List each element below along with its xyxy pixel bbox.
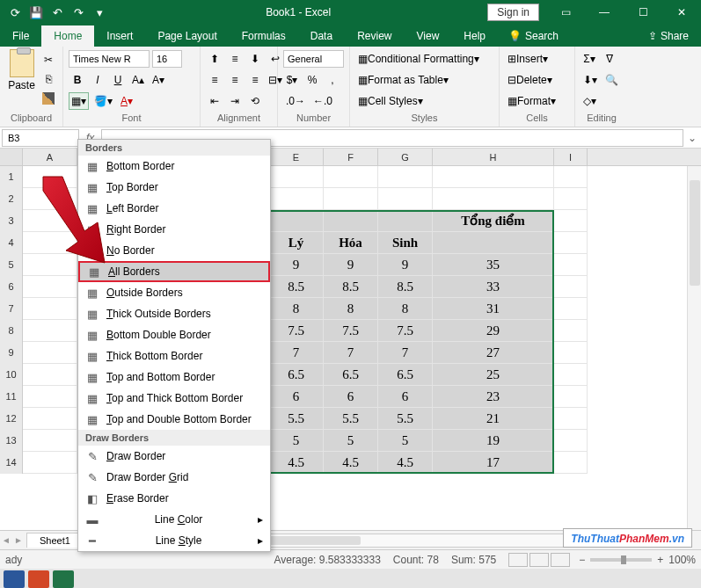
minimize-icon[interactable]: — xyxy=(585,0,624,25)
italic-button[interactable]: I xyxy=(89,71,106,89)
autosave-icon[interactable]: ⟳ xyxy=(5,3,25,22)
undo-icon[interactable]: ↶ xyxy=(47,3,67,22)
cell[interactable] xyxy=(554,276,588,298)
row-header[interactable]: 2 xyxy=(0,188,23,210)
cell[interactable] xyxy=(23,298,77,320)
signin-button[interactable]: Sign in xyxy=(487,4,539,21)
border-option-th[interactable]: ▦Thick Outside Borders xyxy=(78,303,270,324)
cell[interactable] xyxy=(23,364,77,386)
cell[interactable] xyxy=(554,298,588,320)
tab-help[interactable]: Help xyxy=(451,25,498,47)
clear-button[interactable]: ◇▾ xyxy=(581,92,599,110)
row-header[interactable]: 9 xyxy=(0,342,23,364)
close-icon[interactable]: ✕ xyxy=(662,0,701,25)
tab-data[interactable]: Data xyxy=(298,25,345,47)
cell[interactable]: 29 xyxy=(433,320,554,342)
column-header[interactable]: E xyxy=(269,149,324,165)
cell[interactable] xyxy=(23,276,77,298)
cell[interactable] xyxy=(554,452,588,474)
sheet-nav-next-icon[interactable]: ► xyxy=(12,535,25,545)
cell[interactable]: 17 xyxy=(433,452,554,474)
cell[interactable]: 25 xyxy=(433,364,554,386)
cell[interactable]: 23 xyxy=(433,386,554,408)
row-header[interactable]: 8 xyxy=(0,320,23,342)
zoom-in-button[interactable]: + xyxy=(657,554,663,566)
powerpoint-app-icon[interactable] xyxy=(28,570,49,588)
accounting-format-button[interactable]: $▾ xyxy=(283,71,301,89)
cell[interactable] xyxy=(554,210,588,232)
cell[interactable]: 9 xyxy=(378,254,433,276)
cell[interactable]: 31 xyxy=(433,298,554,320)
percent-format-button[interactable]: % xyxy=(303,71,321,89)
column-header[interactable]: I xyxy=(554,149,588,165)
row-header[interactable]: 1 xyxy=(0,166,23,188)
share-button[interactable]: ⇪ Share xyxy=(636,25,701,47)
cell[interactable]: 7 xyxy=(324,342,378,364)
align-left-button[interactable]: ≡ xyxy=(206,71,223,89)
font-size-input[interactable]: 16 xyxy=(152,50,182,68)
tab-home[interactable]: Home xyxy=(41,25,94,47)
format-painter-button[interactable] xyxy=(40,90,57,107)
insert-cells-button[interactable]: ⊞ Insert▾ xyxy=(505,50,551,68)
cell[interactable]: 8 xyxy=(269,298,324,320)
tab-formulas[interactable]: Formulas xyxy=(230,25,298,47)
decrease-indent-button[interactable]: ⇤ xyxy=(206,92,223,110)
cell[interactable]: 6.5 xyxy=(324,364,378,386)
tab-page-layout[interactable]: Page Layout xyxy=(145,25,229,47)
cell[interactable] xyxy=(378,188,433,210)
zoom-slider[interactable] xyxy=(590,558,652,562)
cell[interactable] xyxy=(554,364,588,386)
cell[interactable]: 27 xyxy=(433,342,554,364)
font-color-button[interactable]: A▾ xyxy=(118,92,135,110)
row-header[interactable]: 11 xyxy=(0,386,23,408)
cell[interactable]: 6.5 xyxy=(269,364,324,386)
align-center-button[interactable]: ≡ xyxy=(226,71,244,89)
row-header[interactable]: 4 xyxy=(0,232,23,254)
zoom-out-button[interactable]: − xyxy=(579,554,585,566)
draw-border-option[interactable]: ▬Line Color▸ xyxy=(78,509,270,530)
sheet-nav-prev-icon[interactable]: ◄ xyxy=(0,535,12,545)
format-cells-button[interactable]: ▦ Format▾ xyxy=(505,92,559,110)
cell[interactable]: Hóa xyxy=(324,232,378,254)
cell[interactable]: 7 xyxy=(269,342,324,364)
cell[interactable]: 6 xyxy=(269,386,324,408)
cell[interactable]: Sinh xyxy=(378,232,433,254)
cell[interactable] xyxy=(23,386,77,408)
page-break-view-button[interactable] xyxy=(551,553,570,567)
expand-formula-bar-icon[interactable]: ⌄ xyxy=(683,132,701,144)
tab-review[interactable]: Review xyxy=(345,25,404,47)
maximize-icon[interactable]: ☐ xyxy=(624,0,662,25)
cell[interactable] xyxy=(554,166,588,188)
cell[interactable]: 9 xyxy=(269,254,324,276)
cell[interactable]: 6.5 xyxy=(378,364,433,386)
cell[interactable] xyxy=(23,408,77,430)
sort-filter-button[interactable]: ᐁ xyxy=(601,50,618,68)
cell[interactable]: 7.5 xyxy=(378,320,433,342)
underline-button[interactable]: U xyxy=(109,71,127,89)
draw-border-option[interactable]: ✎Draw Border xyxy=(78,446,270,467)
cell[interactable]: 7.5 xyxy=(269,320,324,342)
cell[interactable] xyxy=(554,342,588,364)
cell[interactable] xyxy=(324,166,378,188)
cell[interactable] xyxy=(23,342,77,364)
cell[interactable]: 8.5 xyxy=(378,276,433,298)
cell[interactable]: 33 xyxy=(433,276,554,298)
cut-button[interactable]: ✂ xyxy=(40,51,57,69)
orientation-button[interactable]: ⟲ xyxy=(246,92,264,110)
cell[interactable] xyxy=(433,166,554,188)
cell[interactable] xyxy=(554,188,588,210)
conditional-formatting-button[interactable]: ▦ Conditional Formatting▾ xyxy=(355,50,482,68)
number-format-select[interactable]: General xyxy=(283,50,344,68)
increase-decimal-button[interactable]: .0→ xyxy=(283,92,308,110)
decrease-decimal-button[interactable]: ←.0 xyxy=(310,92,335,110)
borders-button[interactable]: ▦▾ xyxy=(69,92,89,110)
cell[interactable]: 5.5 xyxy=(269,408,324,430)
cell[interactable]: 5 xyxy=(324,430,378,452)
column-header[interactable]: F xyxy=(324,149,378,165)
border-option-tbb[interactable]: ▦Top and Bottom Border xyxy=(78,367,270,388)
paste-button[interactable]: Paste xyxy=(5,49,38,91)
cell[interactable]: 8.5 xyxy=(269,276,324,298)
cell[interactable] xyxy=(269,188,324,210)
cell[interactable] xyxy=(433,232,554,254)
redo-icon[interactable]: ↷ xyxy=(69,3,88,22)
